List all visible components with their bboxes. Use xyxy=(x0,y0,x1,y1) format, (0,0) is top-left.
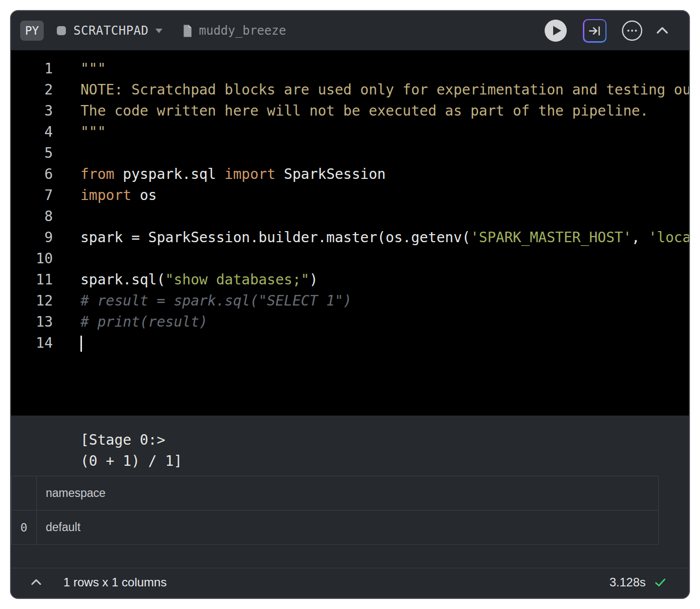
stdout-line: [Stage 0:> xyxy=(80,430,689,451)
code-text: The code written here will not be execut… xyxy=(53,100,648,122)
chevron-up-icon xyxy=(654,23,670,39)
execution-duration: 3.128s xyxy=(609,575,646,589)
line-number: 14 xyxy=(11,333,53,354)
code-line[interactable]: 14 xyxy=(11,333,689,354)
code-text: import os xyxy=(53,185,157,206)
code-line[interactable]: 12# result = spark.sql("SELECT 1") xyxy=(11,290,689,312)
more-options-button[interactable] xyxy=(622,20,643,41)
code-line[interactable]: 8 xyxy=(11,206,689,227)
code-text xyxy=(53,206,80,227)
code-text: spark = SparkSession.builder.master(os.g… xyxy=(53,227,689,248)
code-line[interactable]: 6from pyspark.sql import SparkSession xyxy=(11,164,689,185)
code-line[interactable]: 5 xyxy=(11,143,689,164)
code-line[interactable]: 1""" xyxy=(11,58,689,79)
line-number: 9 xyxy=(11,227,53,248)
table-cell: default xyxy=(37,511,659,545)
file-icon xyxy=(182,24,193,38)
line-number: 2 xyxy=(11,79,53,100)
code-lines: 1"""2NOTE: Scratchpad blocks are used on… xyxy=(11,58,689,354)
code-line[interactable]: 10 xyxy=(11,248,689,269)
run-block-button[interactable] xyxy=(545,20,567,42)
text-cursor xyxy=(80,336,82,352)
code-line[interactable]: 7import os xyxy=(11,185,689,206)
row-index: 0 xyxy=(12,511,37,545)
code-line[interactable]: 11spark.sql("show databases;") xyxy=(11,269,689,290)
language-badge: PY xyxy=(20,21,44,41)
block-type-label[interactable]: SCRATCHPAD xyxy=(73,24,149,38)
block-name[interactable]: muddy_breeze xyxy=(199,24,286,38)
line-number: 4 xyxy=(11,122,53,143)
code-text xyxy=(53,143,80,164)
play-icon xyxy=(550,25,562,36)
stdout: [Stage 0:>(0 + 1) / 1] xyxy=(11,416,689,476)
line-number: 1 xyxy=(11,58,53,79)
table-header-row: namespace xyxy=(12,476,659,511)
chevron-up-icon xyxy=(29,575,43,589)
collapse-block-button[interactable] xyxy=(654,22,671,39)
line-number: 12 xyxy=(11,290,53,312)
success-check-icon xyxy=(654,576,667,589)
table-body: 0default xyxy=(12,511,659,545)
code-line[interactable]: 2NOTE: Scratchpad blocks are used only f… xyxy=(11,79,689,100)
code-line[interactable]: 3The code written here will not be execu… xyxy=(11,100,689,122)
line-number: 10 xyxy=(11,248,53,269)
stdout-line: (0 + 1) / 1] xyxy=(80,451,689,472)
table-dimensions-label: 1 rows x 1 columns xyxy=(63,575,166,589)
scratchpad-block-panel: PY SCRATCHPAD muddy_breeze xyxy=(10,10,690,599)
line-number: 11 xyxy=(11,269,53,290)
column-header: namespace xyxy=(37,476,659,511)
code-line[interactable]: 9spark = SparkSession.builder.master(os.… xyxy=(11,227,689,248)
run-with-upstream-button[interactable] xyxy=(583,19,606,43)
code-text xyxy=(53,248,80,269)
block-square-icon xyxy=(57,26,66,35)
code-text: spark.sql("show databases;") xyxy=(53,269,318,290)
code-text: """ xyxy=(53,122,106,143)
result-table: namespace 0default xyxy=(11,476,659,545)
code-line[interactable]: 13# print(result) xyxy=(11,312,689,333)
execution-status: 3.128s xyxy=(609,575,667,589)
code-text: """ xyxy=(53,58,106,79)
line-number: 13 xyxy=(11,312,53,333)
arrow-into-bracket-icon xyxy=(584,20,605,41)
line-number: 3 xyxy=(11,100,53,122)
line-number: 6 xyxy=(11,164,53,185)
ellipsis-circle-icon xyxy=(622,20,643,41)
table-head: namespace xyxy=(12,476,659,511)
chevron-down-caret-icon[interactable] xyxy=(155,28,163,34)
code-text: # result = spark.sql("SELECT 1") xyxy=(53,290,352,312)
code-line[interactable]: 4""" xyxy=(11,122,689,143)
code-text xyxy=(53,333,82,354)
block-header: PY SCRATCHPAD muddy_breeze xyxy=(11,11,689,50)
collapse-output-button[interactable] xyxy=(29,575,43,589)
output-footer: 1 rows x 1 columns 3.128s xyxy=(11,568,689,596)
line-number: 8 xyxy=(11,206,53,227)
line-number: 7 xyxy=(11,185,53,206)
line-number: 5 xyxy=(11,143,53,164)
output-area: [Stage 0:>(0 + 1) / 1] namespace 0defaul… xyxy=(11,416,689,598)
index-column-header xyxy=(12,476,37,511)
code-text: from pyspark.sql import SparkSession xyxy=(53,164,386,185)
code-text: NOTE: Scratchpad blocks are used only fo… xyxy=(53,79,689,100)
table-row: 0default xyxy=(12,511,659,545)
code-text: # print(result) xyxy=(53,312,208,333)
code-editor[interactable]: 1"""2NOTE: Scratchpad blocks are used on… xyxy=(11,50,689,416)
